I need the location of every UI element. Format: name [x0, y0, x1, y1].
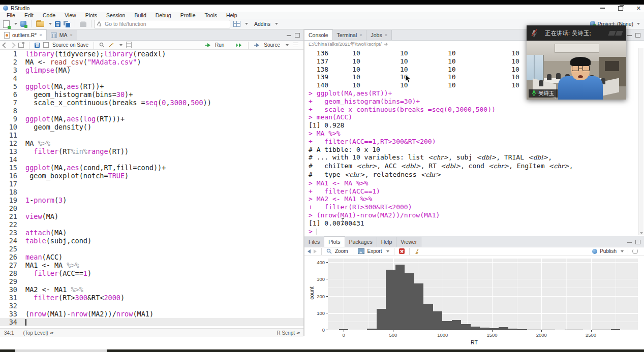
open-file-caret-icon[interactable]	[49, 23, 52, 25]
wand-caret-icon[interactable]	[119, 44, 122, 46]
export-icon[interactable]	[358, 248, 364, 254]
console-tab-terminal[interactable]: Terminal×	[333, 30, 367, 40]
publish-caret-icon[interactable]	[621, 250, 624, 252]
addins-caret-icon[interactable]	[275, 23, 278, 25]
minimize-icon[interactable]	[600, 8, 605, 9]
cursor-position: 34:1	[4, 330, 14, 336]
titlebar[interactable]: RStudio ✕	[0, 5, 644, 12]
run-arrow-icon[interactable]	[205, 43, 211, 47]
minimize-pane-icon[interactable]	[627, 35, 632, 36]
code-token: %>%	[38, 139, 50, 147]
console-tab-console[interactable]: Console	[304, 29, 333, 40]
menu-profile[interactable]: Profile	[176, 12, 200, 18]
menu-edit[interactable]: Edit	[20, 12, 38, 18]
toolbar-separator	[353, 248, 353, 255]
remove-plot-icon[interactable]	[399, 248, 405, 254]
goto-file-box[interactable]	[94, 20, 230, 28]
menu-plots[interactable]: Plots	[81, 12, 102, 18]
source-arrow-icon[interactable]	[254, 43, 260, 47]
y-tick-label: 300	[312, 276, 325, 282]
menu-build[interactable]: Build	[130, 12, 150, 18]
speaker-glasses	[572, 66, 579, 71]
open-file-icon[interactable]	[36, 21, 44, 27]
goto-file-input[interactable]	[104, 20, 228, 27]
code-token	[25, 294, 34, 302]
zoom-button[interactable]: Zoom	[335, 248, 348, 254]
popout-icon[interactable]	[18, 43, 24, 48]
clear-plots-broom-icon[interactable]	[414, 248, 420, 254]
previous-plot-icon[interactable]	[308, 249, 311, 253]
menu-session[interactable]: Session	[102, 12, 130, 18]
gridline-minor	[566, 259, 567, 330]
speaker-mouth	[578, 75, 583, 78]
workspace-panes-icon[interactable]	[233, 21, 240, 27]
new-file-icon[interactable]	[3, 20, 10, 28]
addins-button[interactable]: Addins	[254, 21, 270, 27]
minimize-pane-icon[interactable]	[287, 35, 291, 36]
source-button[interactable]: Source	[264, 42, 280, 48]
panes-caret-icon[interactable]	[245, 23, 248, 25]
plots-tab-viewer[interactable]: Viewer	[396, 237, 421, 247]
line-number: 20	[0, 204, 23, 212]
code-token: MA2 <- MA1	[25, 285, 71, 294]
new-project-icon[interactable]	[20, 21, 26, 27]
file-type-selector[interactable]: R Script▴▾	[277, 330, 299, 336]
console-scrollbar[interactable]	[638, 48, 643, 235]
print-icon[interactable]	[80, 22, 86, 27]
source-on-save-checkbox[interactable]	[43, 42, 49, 48]
save-icon[interactable]	[35, 43, 40, 48]
maximize-pane-icon[interactable]	[295, 33, 300, 38]
document-outline-icon[interactable]	[293, 43, 298, 47]
code-token: aes	[67, 164, 79, 172]
maximize-pane-icon[interactable]	[635, 33, 640, 38]
source-caret-icon[interactable]	[286, 44, 289, 46]
forward-icon[interactable]	[10, 42, 15, 48]
plots-tab-packages[interactable]: Packages	[345, 237, 377, 247]
save-icon[interactable]	[55, 21, 60, 27]
rerun-icon[interactable]	[236, 43, 242, 47]
next-plot-icon[interactable]	[314, 249, 317, 253]
close-tab-icon[interactable]: ×	[39, 33, 42, 38]
menu-debug[interactable]: Debug	[151, 12, 176, 18]
menu-code[interactable]: Code	[38, 12, 60, 18]
plots-tab-help[interactable]: Help	[377, 237, 397, 247]
minimize-pane-icon[interactable]	[627, 242, 632, 243]
scope-selector[interactable]: (Top Level)▴▾	[23, 330, 53, 336]
compile-report-icon[interactable]	[126, 42, 132, 48]
console-tab-jobs[interactable]: Jobs×	[366, 30, 391, 40]
close-icon[interactable]: ✕	[636, 6, 641, 11]
menu-view[interactable]: View	[60, 12, 81, 18]
publish-button[interactable]: Publish	[600, 248, 617, 254]
scroll-down-icon[interactable]	[640, 232, 643, 234]
code-editor-area[interactable]: 1library(tidyverse);library(readxl)2MA <…	[0, 50, 303, 328]
menu-file[interactable]: File	[2, 12, 20, 18]
line-number: 33	[0, 310, 23, 318]
editor-tab-ma[interactable]: MA×	[47, 30, 77, 40]
back-icon[interactable]	[2, 42, 8, 48]
export-button[interactable]: Export	[367, 248, 382, 254]
refresh-plot-icon[interactable]	[632, 248, 638, 254]
plots-tab-files[interactable]: Files	[304, 237, 324, 247]
restore-icon[interactable]	[618, 6, 623, 11]
menu-tools[interactable]: Tools	[200, 12, 222, 18]
code-line: 17	[0, 180, 303, 188]
close-tab-icon[interactable]: ×	[359, 33, 362, 38]
editor-tab-outliersr[interactable]: outliers.R*×	[0, 29, 47, 40]
close-tab-icon[interactable]: ×	[70, 33, 72, 38]
plots-tab-plots[interactable]: Plots	[324, 236, 345, 247]
maximize-pane-icon[interactable]	[635, 240, 640, 244]
code-token: filter	[34, 147, 58, 155]
search-icon[interactable]	[99, 42, 105, 48]
line-number: 4	[0, 74, 23, 82]
zoom-plot-icon[interactable]	[326, 248, 332, 254]
save-all-icon[interactable]	[64, 21, 70, 27]
menu-help[interactable]: Help	[222, 12, 242, 18]
export-caret-icon[interactable]	[386, 250, 389, 252]
run-button[interactable]: Run	[215, 42, 224, 48]
goto-directory-icon[interactable]	[384, 42, 389, 46]
webcam-overlay[interactable]: 正在讲话: 吴诗玉;	[527, 25, 626, 100]
close-tab-icon[interactable]: ×	[385, 33, 387, 38]
new-file-caret-icon[interactable]	[14, 23, 17, 25]
magic-wand-icon[interactable]	[108, 42, 114, 48]
plots-toolbar: Zoom Export Publish	[304, 247, 644, 255]
